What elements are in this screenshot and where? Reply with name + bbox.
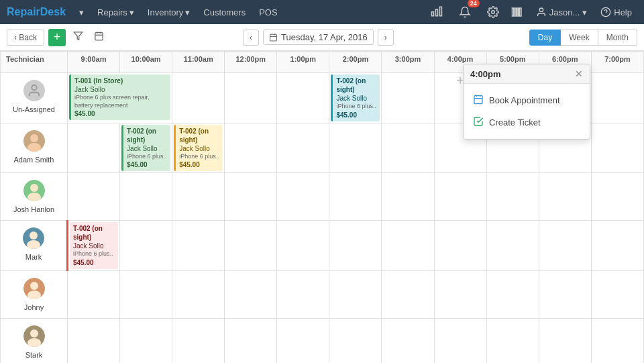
header-7pm: 7:00pm [591, 52, 643, 73]
slot-unassigned-1pm[interactable] [277, 73, 329, 123]
ticket-block[interactable]: T-001 (In Store) Jack Sollo iPhone 6 plu… [69, 74, 170, 120]
slot-adam-12pm[interactable] [225, 123, 277, 173]
slot-stark-11am[interactable] [172, 319, 225, 363]
slot-mark-12pm[interactable] [225, 221, 277, 271]
slot-stark-2pm[interactable] [329, 319, 382, 363]
slot-unassigned-11am[interactable] [172, 73, 225, 123]
slot-josh-1pm[interactable] [277, 173, 329, 221]
slot-mark-7pm[interactable] [591, 221, 643, 271]
slot-mark-6pm[interactable] [539, 221, 591, 271]
slot-johny-11am[interactable] [172, 271, 225, 319]
slot-johny-4pm[interactable] [434, 271, 486, 319]
slot-stark-5pm[interactable] [486, 319, 539, 363]
slot-adam-7pm[interactable] [591, 123, 643, 173]
slot-mark-5pm[interactable] [486, 221, 539, 271]
ticket-green-icon [473, 116, 484, 129]
date-nav: ‹ Tuesday, 17 Apr, 2016 › [243, 30, 394, 46]
nav-item-pos[interactable]: POS [254, 5, 282, 20]
slot-johny-9am[interactable] [68, 271, 120, 319]
nav-item-repairs[interactable]: Repairs ▾ [92, 5, 140, 20]
slot-mark-4pm[interactable] [434, 221, 486, 271]
date-label[interactable]: Tuesday, 17 Apr, 2016 [263, 30, 374, 45]
user-menu[interactable]: Jason... ▾ [531, 4, 593, 20]
slot-stark-4pm[interactable] [434, 319, 486, 363]
slot-mark-10am[interactable] [120, 221, 172, 271]
slot-johny-2pm[interactable] [329, 271, 382, 319]
svg-rect-5 [515, 8, 515, 16]
ticket-block[interactable]: T-002 (on sight) Jack Sollo iPhone 6 plu… [331, 74, 380, 121]
slot-stark-3pm[interactable] [382, 319, 434, 363]
slot-josh-9am[interactable] [68, 173, 120, 221]
slot-adam-2pm[interactable] [329, 123, 382, 173]
slot-adam-10am[interactable]: T-002 (on sight) Jack Sollo iPhone 6 plu… [120, 123, 172, 173]
slot-stark-6pm[interactable] [539, 319, 591, 363]
slot-adam-9am[interactable] [68, 123, 120, 173]
popup-header: 4:00pm ✕ [464, 64, 590, 84]
slot-mark-2pm[interactable] [329, 221, 382, 271]
slot-johny-10am[interactable] [120, 271, 172, 319]
add-button[interactable]: + [48, 29, 66, 46]
slot-stark-1pm[interactable] [277, 319, 329, 363]
slot-adam-11am[interactable]: T-002 (on sight) Jack Sollo iPhone 6 plu… [172, 123, 225, 173]
svg-point-35 [30, 329, 38, 338]
slot-josh-5pm[interactable] [486, 173, 539, 221]
slot-mark-11am[interactable] [172, 221, 225, 271]
slot-josh-3pm[interactable] [382, 173, 434, 221]
view-day-btn[interactable]: Day [529, 30, 561, 46]
chart-icon-btn[interactable] [426, 3, 447, 22]
slot-mark-9am[interactable]: T-002 (on sight) Jack Sollo iPhone 6 plu… [68, 221, 120, 271]
header-10am: 10:00am [120, 52, 172, 73]
slot-stark-10am[interactable] [120, 319, 172, 363]
slot-johny-3pm[interactable] [382, 271, 434, 319]
slot-josh-11am[interactable] [172, 173, 225, 221]
slot-stark-7pm[interactable] [591, 319, 643, 363]
slot-adam-1pm[interactable] [277, 123, 329, 173]
view-month-btn[interactable]: Month [598, 30, 637, 46]
slot-josh-10am[interactable] [120, 173, 172, 221]
slot-johny-6pm[interactable] [539, 271, 591, 319]
next-date-btn[interactable]: › [378, 30, 394, 46]
slot-stark-9am[interactable] [68, 319, 120, 363]
ticket-block[interactable]: T-002 (on sight) Jack Sollo iPhone 6 plu… [174, 125, 223, 172]
back-button[interactable]: ‹ Back [7, 30, 44, 46]
slot-johny-12pm[interactable] [225, 271, 277, 319]
slot-stark-12pm[interactable] [225, 319, 277, 363]
slot-johny-1pm[interactable] [277, 271, 329, 319]
slot-josh-4pm[interactable] [434, 173, 486, 221]
nav-item-customers[interactable]: Customers [198, 5, 251, 20]
slot-unassigned-12pm[interactable] [225, 73, 277, 123]
calendar-blue-icon [473, 94, 484, 107]
svg-rect-8 [519, 8, 521, 16]
filter-icon-btn[interactable] [70, 29, 87, 46]
header-3pm: 3:00pm [382, 52, 434, 73]
slot-josh-2pm[interactable] [329, 173, 382, 221]
popup-close-btn[interactable]: ✕ [575, 68, 583, 79]
nav-item-inventory[interactable]: Inventory ▾ [142, 5, 195, 20]
popup-create-ticket[interactable]: Create Ticket [464, 111, 590, 134]
slot-adam-3pm[interactable] [382, 123, 434, 173]
nav-item-brand-chevron[interactable]: ▾ [74, 5, 89, 20]
slot-mark-1pm[interactable] [277, 221, 329, 271]
slot-unassigned-3pm[interactable] [382, 73, 434, 123]
slot-unassigned-9am[interactable]: T-001 (In Store) Jack Sollo iPhone 6 plu… [68, 73, 172, 123]
settings-icon-btn[interactable] [482, 3, 504, 21]
brand-logo[interactable]: RepairDesk [7, 6, 66, 18]
slot-johny-5pm[interactable] [486, 271, 539, 319]
tech-cell-johny: Johny [1, 271, 68, 319]
slot-josh-12pm[interactable] [225, 173, 277, 221]
prev-date-btn[interactable]: ‹ [243, 30, 259, 46]
popup-body: Book Appointment Create Ticket [464, 84, 590, 139]
slot-johny-7pm[interactable] [591, 271, 643, 319]
slot-unassigned-2pm[interactable]: T-002 (on sight) Jack Sollo iPhone 6 plu… [329, 73, 382, 123]
slot-josh-6pm[interactable] [539, 173, 591, 221]
ticket-block[interactable]: T-002 (on sight) Jack Sollo iPhone 6 plu… [70, 222, 118, 269]
slot-unassigned-7pm[interactable] [591, 73, 643, 123]
barcode-icon-btn[interactable] [506, 3, 528, 21]
view-week-btn[interactable]: Week [561, 30, 598, 46]
slot-mark-3pm[interactable] [382, 221, 434, 271]
ticket-block[interactable]: T-002 (on sight) Jack Sollo iPhone 6 plu… [121, 125, 170, 172]
popup-book-appointment[interactable]: Book Appointment [464, 89, 590, 111]
slot-josh-7pm[interactable] [591, 173, 643, 221]
calendar-icon-btn[interactable] [91, 29, 107, 46]
help-btn[interactable]: Help [595, 4, 637, 20]
